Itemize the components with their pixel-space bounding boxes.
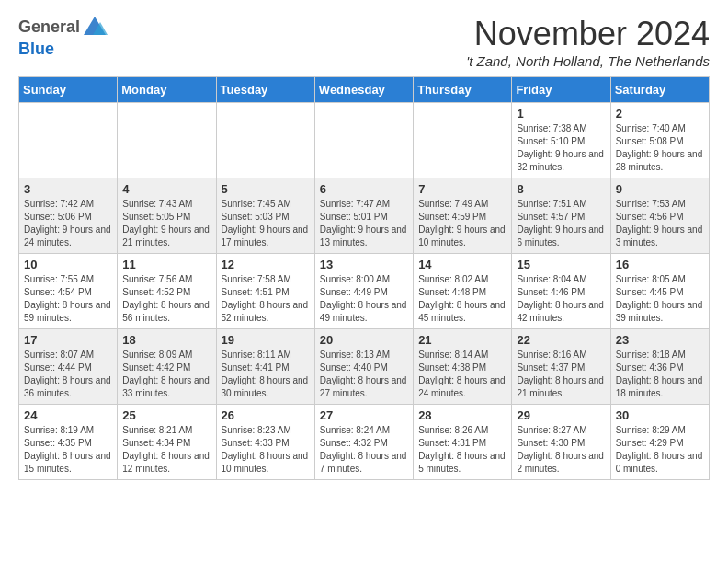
calendar-cell: 22Sunrise: 8:16 AM Sunset: 4:37 PM Dayli…	[512, 329, 610, 405]
calendar-cell	[314, 103, 413, 178]
col-wednesday: Wednesday	[314, 77, 413, 103]
day-number: 6	[320, 182, 408, 196]
calendar-cell: 17Sunrise: 8:07 AM Sunset: 4:44 PM Dayli…	[19, 329, 118, 405]
day-number: 29	[517, 408, 605, 422]
calendar-cell: 11Sunrise: 7:56 AM Sunset: 4:52 PM Dayli…	[118, 254, 216, 329]
day-number: 9	[616, 182, 704, 196]
day-info: Sunrise: 8:07 AM Sunset: 4:44 PM Dayligh…	[24, 349, 112, 400]
calendar-cell	[118, 103, 216, 178]
calendar-cell: 21Sunrise: 8:14 AM Sunset: 4:38 PM Dayli…	[414, 329, 512, 405]
day-number: 19	[222, 333, 310, 347]
day-info: Sunrise: 7:42 AM Sunset: 5:06 PM Dayligh…	[24, 198, 112, 249]
day-info: Sunrise: 8:11 AM Sunset: 4:41 PM Dayligh…	[222, 349, 310, 400]
calendar-cell: 4Sunrise: 7:43 AM Sunset: 5:05 PM Daylig…	[118, 178, 216, 254]
calendar-cell: 28Sunrise: 8:26 AM Sunset: 4:31 PM Dayli…	[414, 405, 512, 480]
day-info: Sunrise: 7:56 AM Sunset: 4:52 PM Dayligh…	[122, 273, 210, 325]
day-number: 30	[616, 408, 704, 422]
day-number: 18	[122, 333, 210, 347]
day-info: Sunrise: 7:51 AM Sunset: 4:57 PM Dayligh…	[517, 198, 605, 249]
calendar-week-4: 17Sunrise: 8:07 AM Sunset: 4:44 PM Dayli…	[19, 329, 710, 405]
calendar-week-3: 10Sunrise: 7:55 AM Sunset: 4:54 PM Dayli…	[19, 254, 710, 329]
calendar-cell: 13Sunrise: 8:00 AM Sunset: 4:49 PM Dayli…	[314, 254, 413, 329]
day-info: Sunrise: 7:47 AM Sunset: 5:01 PM Dayligh…	[320, 198, 408, 249]
calendar-cell: 14Sunrise: 8:02 AM Sunset: 4:48 PM Dayli…	[414, 254, 512, 329]
calendar-cell: 12Sunrise: 7:58 AM Sunset: 4:51 PM Dayli…	[216, 254, 314, 329]
calendar-cell: 2Sunrise: 7:40 AM Sunset: 5:08 PM Daylig…	[610, 103, 709, 178]
day-info: Sunrise: 8:27 AM Sunset: 4:30 PM Dayligh…	[517, 424, 605, 476]
calendar-cell: 6Sunrise: 7:47 AM Sunset: 5:01 PM Daylig…	[314, 178, 413, 254]
day-number: 27	[320, 408, 408, 422]
day-info: Sunrise: 8:29 AM Sunset: 4:29 PM Dayligh…	[616, 424, 704, 476]
day-info: Sunrise: 7:53 AM Sunset: 4:56 PM Dayligh…	[616, 198, 704, 249]
calendar: Sunday Monday Tuesday Wednesday Thursday…	[18, 76, 710, 480]
day-info: Sunrise: 8:23 AM Sunset: 4:33 PM Dayligh…	[222, 424, 310, 476]
day-info: Sunrise: 8:09 AM Sunset: 4:42 PM Dayligh…	[122, 349, 210, 400]
calendar-cell: 10Sunrise: 7:55 AM Sunset: 4:54 PM Dayli…	[19, 254, 118, 329]
calendar-cell	[216, 103, 314, 178]
day-info: Sunrise: 7:45 AM Sunset: 5:03 PM Dayligh…	[222, 198, 310, 249]
col-monday: Monday	[118, 77, 216, 103]
calendar-week-2: 3Sunrise: 7:42 AM Sunset: 5:06 PM Daylig…	[19, 178, 710, 254]
day-info: Sunrise: 8:19 AM Sunset: 4:35 PM Dayligh…	[24, 424, 112, 476]
day-info: Sunrise: 7:43 AM Sunset: 5:05 PM Dayligh…	[122, 198, 210, 249]
calendar-cell: 19Sunrise: 8:11 AM Sunset: 4:41 PM Dayli…	[216, 329, 314, 405]
day-number: 24	[24, 408, 112, 422]
calendar-cell: 25Sunrise: 8:21 AM Sunset: 4:34 PM Dayli…	[118, 405, 216, 480]
day-info: Sunrise: 8:13 AM Sunset: 4:40 PM Dayligh…	[320, 349, 408, 400]
title-block: November 2024 't Zand, North Holland, Th…	[466, 15, 710, 69]
day-info: Sunrise: 8:18 AM Sunset: 4:36 PM Dayligh…	[616, 349, 704, 400]
col-friday: Friday	[512, 77, 610, 103]
day-number: 1	[517, 107, 605, 121]
calendar-cell: 18Sunrise: 8:09 AM Sunset: 4:42 PM Dayli…	[118, 329, 216, 405]
day-info: Sunrise: 8:16 AM Sunset: 4:37 PM Dayligh…	[517, 349, 605, 400]
day-info: Sunrise: 8:00 AM Sunset: 4:49 PM Dayligh…	[320, 273, 408, 325]
day-info: Sunrise: 7:38 AM Sunset: 5:10 PM Dayligh…	[517, 122, 605, 174]
col-sunday: Sunday	[19, 77, 118, 103]
day-info: Sunrise: 8:21 AM Sunset: 4:34 PM Dayligh…	[122, 424, 210, 476]
day-number: 2	[616, 107, 704, 121]
calendar-cell: 7Sunrise: 7:49 AM Sunset: 4:59 PM Daylig…	[414, 178, 512, 254]
calendar-cell	[414, 103, 512, 178]
logo-blue: Blue	[18, 40, 54, 59]
day-number: 5	[222, 182, 310, 196]
day-number: 11	[122, 258, 210, 271]
day-number: 16	[616, 258, 704, 271]
day-number: 14	[418, 258, 506, 271]
day-number: 20	[320, 333, 408, 347]
calendar-cell: 27Sunrise: 8:24 AM Sunset: 4:32 PM Dayli…	[314, 405, 413, 480]
calendar-cell: 5Sunrise: 7:45 AM Sunset: 5:03 PM Daylig…	[216, 178, 314, 254]
day-number: 10	[24, 258, 112, 271]
day-number: 8	[517, 182, 605, 196]
calendar-cell: 30Sunrise: 8:29 AM Sunset: 4:29 PM Dayli…	[610, 405, 709, 480]
header: General Blue November 2024 't Zand, Nort…	[18, 15, 710, 69]
calendar-cell: 1Sunrise: 7:38 AM Sunset: 5:10 PM Daylig…	[512, 103, 610, 178]
day-number: 12	[222, 258, 310, 271]
calendar-cell: 23Sunrise: 8:18 AM Sunset: 4:36 PM Dayli…	[610, 329, 709, 405]
day-number: 23	[616, 333, 704, 347]
logo-general: General	[18, 18, 80, 37]
day-info: Sunrise: 7:55 AM Sunset: 4:54 PM Dayligh…	[24, 273, 112, 325]
day-number: 7	[418, 182, 506, 196]
calendar-cell: 9Sunrise: 7:53 AM Sunset: 4:56 PM Daylig…	[610, 178, 709, 254]
col-thursday: Thursday	[414, 77, 512, 103]
day-info: Sunrise: 7:58 AM Sunset: 4:51 PM Dayligh…	[222, 273, 310, 325]
logo-icon	[82, 15, 108, 40]
day-number: 22	[517, 333, 605, 347]
calendar-week-1: 1Sunrise: 7:38 AM Sunset: 5:10 PM Daylig…	[19, 103, 710, 178]
calendar-cell: 29Sunrise: 8:27 AM Sunset: 4:30 PM Dayli…	[512, 405, 610, 480]
calendar-week-5: 24Sunrise: 8:19 AM Sunset: 4:35 PM Dayli…	[19, 405, 710, 480]
day-info: Sunrise: 8:04 AM Sunset: 4:46 PM Dayligh…	[517, 273, 605, 325]
day-number: 13	[320, 258, 408, 271]
day-number: 21	[418, 333, 506, 347]
day-number: 17	[24, 333, 112, 347]
day-number: 26	[222, 408, 310, 422]
day-info: Sunrise: 8:02 AM Sunset: 4:48 PM Dayligh…	[418, 273, 506, 325]
day-number: 25	[122, 408, 210, 422]
calendar-cell: 15Sunrise: 8:04 AM Sunset: 4:46 PM Dayli…	[512, 254, 610, 329]
day-info: Sunrise: 7:40 AM Sunset: 5:08 PM Dayligh…	[616, 122, 704, 174]
calendar-cell: 16Sunrise: 8:05 AM Sunset: 4:45 PM Dayli…	[610, 254, 709, 329]
calendar-cell: 20Sunrise: 8:13 AM Sunset: 4:40 PM Dayli…	[314, 329, 413, 405]
day-number: 4	[122, 182, 210, 196]
day-number: 28	[418, 408, 506, 422]
logo: General Blue	[18, 15, 108, 59]
